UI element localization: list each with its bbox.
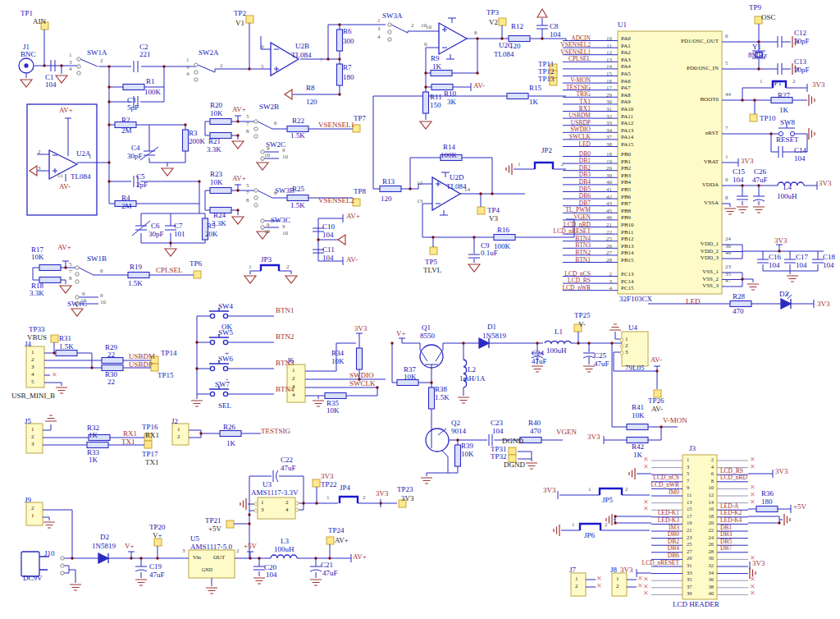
schematic-artwork bbox=[0, 0, 840, 619]
pushbuttons bbox=[209, 308, 229, 397]
schematic-canvas: TP1AINJ1BNCC1104SW1A1342C2221SW2A1342R11… bbox=[0, 0, 840, 619]
ic-bodies bbox=[26, 31, 722, 599]
